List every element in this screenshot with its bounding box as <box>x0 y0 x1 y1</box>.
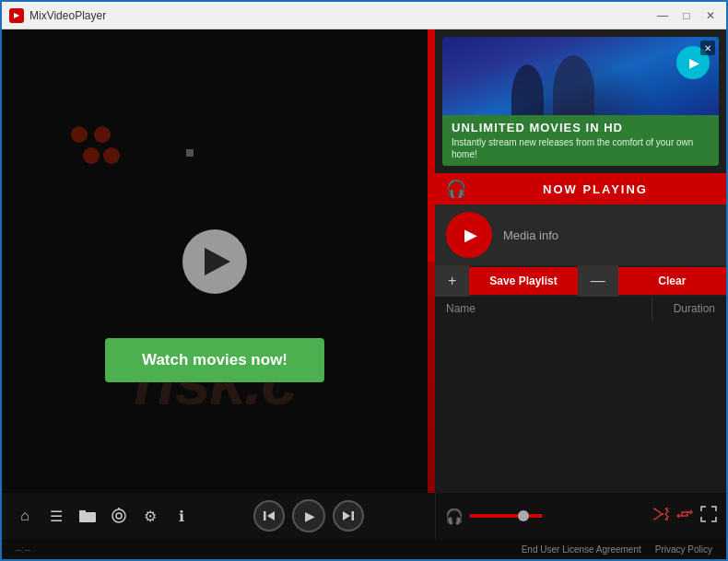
window-controls: — □ ✕ <box>654 7 719 24</box>
ad-close-button[interactable]: ✕ <box>700 41 715 55</box>
list-icon[interactable]: ☰ <box>42 502 70 530</box>
volume-area: 🎧 <box>445 508 543 525</box>
play-pause-button[interactable]: ▶ <box>292 499 325 532</box>
minimize-button[interactable]: — <box>654 7 671 24</box>
home-icon[interactable]: ⌂ <box>11 502 39 530</box>
separator-bar <box>428 29 435 493</box>
dot1 <box>71 126 88 143</box>
ad-banner: UNLIMITED MOVIES IN HD Instantly stream … <box>435 29 726 173</box>
eula-link[interactable]: End User License Agreement <box>522 544 641 555</box>
settings-icon[interactable]: ⚙ <box>136 502 164 530</box>
repeat-icon[interactable] <box>676 508 693 524</box>
playlist-save-button[interactable]: Save Playlist <box>469 267 577 295</box>
bottom-row: ⌂ ☰ ⚙ ℹ ▶ <box>2 493 726 539</box>
playlist-controls: + Save Playlist — Clear <box>435 265 726 297</box>
app-window: MixVideoPlayer — □ ✕ risk.c Watch mov <box>0 0 728 561</box>
svg-marker-7 <box>343 511 350 520</box>
right-controls <box>652 506 717 526</box>
transport-controls: ▶ <box>253 499 364 532</box>
svg-point-3 <box>116 513 122 519</box>
main-content: risk.c Watch movies now! <box>2 29 726 493</box>
prev-button[interactable] <box>253 500 285 532</box>
app-icon <box>9 8 24 23</box>
volume-icon: 🎧 <box>445 508 464 525</box>
playlist-clear-button[interactable]: Clear <box>618 267 726 295</box>
svg-rect-6 <box>264 511 266 520</box>
left-toolbar: ⌂ ☰ ⚙ ℹ ▶ <box>2 493 428 539</box>
privacy-link[interactable]: Privacy Policy <box>655 544 712 555</box>
media-area: Media info <box>435 205 726 265</box>
media-info-text: Media info <box>503 228 558 242</box>
right-bottom-panel: 🎧 <box>435 493 726 539</box>
video-play-button[interactable] <box>182 229 247 294</box>
title-bar: MixVideoPlayer — □ ✕ <box>2 2 726 29</box>
playlist-area <box>435 321 726 493</box>
dot4 <box>103 147 120 164</box>
time-display: --:-- <box>16 544 30 555</box>
right-panel: UNLIMITED MOVIES IN HD Instantly stream … <box>435 29 726 493</box>
ad-content[interactable]: UNLIMITED MOVIES IN HD Instantly stream … <box>442 37 719 166</box>
dot3 <box>83 147 100 164</box>
maximize-button[interactable]: □ <box>678 7 695 24</box>
media-play-button[interactable] <box>446 212 492 258</box>
headphone-icon: 🎧 <box>446 179 466 199</box>
window-title: MixVideoPlayer <box>29 9 654 22</box>
playlist-header: Name Duration <box>435 297 726 321</box>
info-icon[interactable]: ℹ <box>168 502 195 530</box>
shuffle-icon[interactable] <box>652 508 669 524</box>
close-button[interactable]: ✕ <box>702 7 719 24</box>
ad-text-overlay: UNLIMITED MOVIES IN HD Instantly stream … <box>442 115 719 166</box>
bottom-separator <box>428 493 435 539</box>
next-button[interactable] <box>333 500 364 532</box>
svg-rect-0 <box>79 512 96 522</box>
watch-movies-button[interactable]: Watch movies now! <box>105 338 324 382</box>
svg-marker-5 <box>267 511 275 520</box>
column-name: Name <box>435 297 652 321</box>
video-area: risk.c Watch movies now! <box>2 29 428 493</box>
volume-slider[interactable] <box>469 514 543 518</box>
now-playing-label: NOW PLAYING <box>476 182 715 196</box>
radio-icon[interactable] <box>105 502 133 530</box>
playlist-minus-button[interactable]: — <box>578 265 618 297</box>
fullscreen-icon[interactable] <box>700 506 717 526</box>
svg-point-2 <box>112 509 125 522</box>
column-duration: Duration <box>652 297 726 321</box>
ad-title: UNLIMITED MOVIES IN HD <box>452 121 710 134</box>
svg-rect-1 <box>79 510 86 513</box>
now-playing-header: 🎧 NOW PLAYING <box>435 173 726 205</box>
svg-rect-8 <box>352 511 355 520</box>
folder-icon[interactable] <box>74 502 101 530</box>
dot2 <box>94 126 111 143</box>
playlist-add-button[interactable]: + <box>435 265 469 297</box>
footer-links: --:-- End User License Agreement Privacy… <box>2 539 726 559</box>
ad-subtitle: Instantly stream new releases from the c… <box>452 136 710 160</box>
logo-dots <box>66 122 122 177</box>
small-square <box>186 149 194 157</box>
